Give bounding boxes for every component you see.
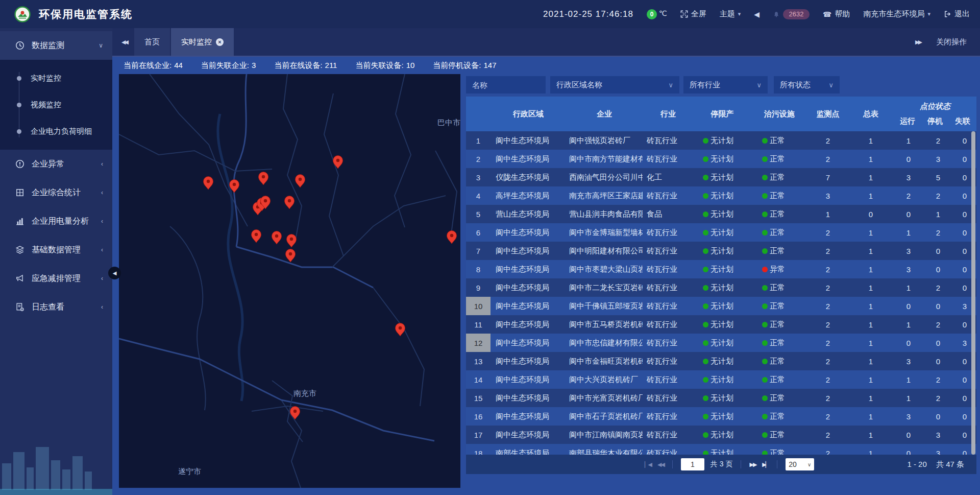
region-select[interactable]: 行政区域名称 ∨ bbox=[550, 76, 679, 93]
row-index-cell: 10 bbox=[466, 297, 491, 315]
sidebar-item-emergency-reduction[interactable]: 应急减排管理‹ bbox=[0, 264, 112, 293]
table-row[interactable]: 2阆中生态环境局阆中市南方节能建材有砖瓦行业无计划正常21030 bbox=[466, 150, 976, 168]
column-header-lost: 失联 bbox=[949, 116, 976, 126]
table-row[interactable]: 5营山生态环境局营山县润丰肉食品有限食品无计划正常10010 bbox=[466, 205, 976, 223]
sidebar-item-label: 数据监测 bbox=[32, 40, 99, 51]
industry-cell: 砖瓦行业 bbox=[643, 223, 694, 242]
main-content: 当前在线企业:44当前失联企业:3当前在线设备:211当前失联设备:10当前停机… bbox=[112, 57, 980, 495]
table-row[interactable]: 8阆中生态环境局阆中市枣碧大梁山页岩砖瓦行业无计划异常21300 bbox=[466, 260, 976, 278]
map-pin-icon[interactable] bbox=[204, 177, 213, 190]
sidebar-subitem-video-monitor[interactable]: 视频监控 bbox=[0, 91, 112, 118]
sidebar-item-power-usage-analysis[interactable]: 企业用电量分析‹ bbox=[0, 207, 112, 235]
tab-realtime[interactable]: 实时监控× bbox=[171, 28, 234, 56]
tab-label: 首页 bbox=[144, 37, 160, 47]
status-dot-icon bbox=[762, 248, 768, 254]
map-pin-icon[interactable] bbox=[285, 196, 295, 209]
table-row[interactable]: 16阆中生态环境局阆中市石子页岩机砖厂砖瓦行业无计划正常21300 bbox=[466, 407, 976, 426]
sidebar-item-base-data-management[interactable]: 基础数据管理‹ bbox=[0, 235, 112, 264]
table-row[interactable]: 13阆中生态环境局阆中市金福旺页岩机砖砖瓦行业无计划正常21300 bbox=[466, 352, 976, 370]
status-dot-icon bbox=[762, 156, 768, 162]
company-cell: 阆中市光富页岩机砖厂 bbox=[566, 389, 643, 407]
enterprise-panel: 行政区域名称 ∨ 所有行业 ∨ 所有状态 ∨ 行政区域 企业 行业 停限产 治污… bbox=[466, 74, 976, 474]
sidebar-item-log-view[interactable]: 日志查看‹ bbox=[0, 293, 112, 321]
status-dot-icon bbox=[762, 267, 768, 272]
close-operations-button[interactable]: 关闭操作 bbox=[936, 37, 967, 47]
tabs-scroll-right-icon[interactable]: ▶▶ bbox=[915, 39, 921, 45]
table-row[interactable]: 18南部生态环境局南部县瑞华木业有限公砖瓦行业无计划正常21030 bbox=[466, 444, 976, 455]
status-dot-icon bbox=[703, 267, 708, 272]
map-pin-icon[interactable] bbox=[296, 175, 305, 188]
industry-select[interactable]: 所有行业 ∨ bbox=[683, 76, 768, 93]
sidebar-subitem-realtime-monitor[interactable]: 实时监控 bbox=[0, 65, 112, 91]
help-button[interactable]: ☎ 帮助 bbox=[823, 9, 850, 19]
table-row[interactable]: 4高坪生态环境局南充市高坪区王家店建砖瓦行业无计划正常31220 bbox=[466, 186, 976, 205]
table-row[interactable]: 3仪陇生态环境局西南油气田分公司川中化工无计划正常71350 bbox=[466, 168, 976, 186]
status-dot-icon bbox=[703, 175, 708, 180]
tabs-scroll-left-icon[interactable]: ◀◀ bbox=[121, 39, 127, 45]
map-pin-icon[interactable] bbox=[259, 172, 268, 185]
region-cell: 阆中生态环境局 bbox=[491, 426, 566, 444]
company-cell: 阆中市石子页岩机砖厂 bbox=[566, 407, 643, 426]
sidebar-item-enterprise-statistics[interactable]: 企业综合统计‹ bbox=[0, 178, 112, 207]
map-pin-icon[interactable] bbox=[447, 231, 457, 244]
table-row[interactable]: 1阆中生态环境局阆中强锐页岩砖厂砖瓦行业无计划正常21120 bbox=[466, 131, 976, 150]
name-search-input[interactable] bbox=[466, 76, 546, 93]
page-size-select[interactable]: 20 ∨ bbox=[786, 458, 814, 470]
map-pin-icon[interactable] bbox=[272, 231, 282, 245]
table-row[interactable]: 7阆中生态环境局阆中明阳建材有限公司砖瓦行业无计划正常21300 bbox=[466, 242, 976, 260]
company-cell: 阆中强锐页岩砖厂 bbox=[566, 131, 643, 150]
fullscreen-button[interactable]: 全屏 bbox=[680, 9, 706, 19]
table-row[interactable]: 9阆中生态环境局阆中市二龙长宝页岩砖砖瓦行业无计划正常21120 bbox=[466, 278, 976, 297]
table-row[interactable]: 15阆中生态环境局阆中市光富页岩机砖厂砖瓦行业无计划正常21120 bbox=[466, 389, 976, 407]
chevron-down-icon: ∨ bbox=[807, 462, 811, 467]
region-cell: 阆中生态环境局 bbox=[491, 315, 566, 334]
map-pin-icon[interactable] bbox=[252, 230, 261, 243]
logout-button[interactable]: 退出 bbox=[944, 9, 970, 19]
sidebar-item-enterprise-abnormal[interactable]: 企业异常‹ bbox=[0, 150, 112, 178]
stopped-count-cell: 2 bbox=[923, 186, 953, 205]
page-number-input[interactable] bbox=[681, 458, 704, 470]
map-pin-icon[interactable] bbox=[333, 156, 343, 169]
total-meter-cell: 1 bbox=[848, 150, 894, 168]
facility-status-cell: 正常 bbox=[751, 315, 808, 334]
row-index-cell: 4 bbox=[466, 186, 491, 205]
map-pin-icon[interactable] bbox=[287, 234, 297, 248]
map-pin-icon[interactable] bbox=[286, 249, 296, 263]
status-select[interactable]: 所有状态 ∨ bbox=[774, 76, 840, 93]
notifications-button[interactable]: 2632 bbox=[773, 9, 810, 19]
last-page-icon[interactable]: ▶▏ bbox=[762, 461, 769, 468]
volume-button[interactable]: ◀ bbox=[754, 10, 760, 18]
org-dropdown[interactable]: 南充市生态环境局 ▾ bbox=[863, 9, 930, 19]
status-dot-icon bbox=[762, 211, 768, 217]
theme-dropdown[interactable]: 主题 ▾ bbox=[720, 9, 741, 19]
table-row[interactable]: 17阆中生态环境局阆中市江南镇阆南页岩砖瓦行业无计划正常21030 bbox=[466, 426, 976, 444]
table-row[interactable]: 10阆中生态环境局阆中千佛镇五郎垭页岩砖瓦行业无计划正常21003 bbox=[466, 297, 976, 315]
table-row[interactable]: 12阆中生态环境局阆中市忠信建材有限公砖瓦行业无计划正常21003 bbox=[466, 334, 976, 352]
table-row[interactable]: 6阆中生态环境局阆中市金博瑞新型墙材砖瓦行业无计划正常21120 bbox=[466, 223, 976, 242]
status-dot-icon bbox=[703, 156, 708, 162]
status-dot-icon bbox=[703, 340, 708, 346]
first-page-icon[interactable]: ▏◀ bbox=[645, 461, 651, 468]
status-dot-icon bbox=[762, 395, 768, 401]
table-scrollbar[interactable] bbox=[971, 131, 975, 455]
stat-item: 当前失联设备:10 bbox=[355, 61, 414, 70]
facility-status-cell: 正常 bbox=[751, 150, 808, 168]
chevron-left-icon: ‹ bbox=[101, 218, 103, 225]
table-row[interactable]: 14阆中生态环境局阆中大兴页岩机砖厂砖瓦行业无计划正常21120 bbox=[466, 370, 976, 389]
tab-home[interactable]: 首页 bbox=[134, 28, 170, 56]
map-pin-icon[interactable] bbox=[396, 323, 405, 337]
map-panel[interactable]: 巴中市南充市遂宁市 bbox=[119, 74, 460, 488]
sidebar-item-data-monitoring[interactable]: 数据监测∨ bbox=[0, 31, 112, 60]
stat-label: 当前失联设备: bbox=[355, 61, 403, 69]
close-icon[interactable]: × bbox=[216, 38, 224, 46]
map-pin-icon[interactable] bbox=[290, 407, 300, 420]
prev-page-icon[interactable]: ◀◀ bbox=[657, 461, 664, 468]
stop-status-cell: 无计划 bbox=[694, 334, 751, 352]
table-row[interactable]: 11阆中生态环境局阆中市五马桥页岩机砖砖瓦行业无计划正常21120 bbox=[466, 315, 976, 334]
company-cell: 阆中市江南镇阆南页岩 bbox=[566, 426, 643, 444]
sidebar-subitem-power-load-detail[interactable]: 企业电力负荷明细 bbox=[0, 118, 112, 145]
sidebar-collapse-handle[interactable]: ◀ bbox=[108, 267, 121, 279]
monitor-count-cell: 2 bbox=[808, 150, 848, 168]
status-dot-icon bbox=[762, 138, 768, 144]
next-page-icon[interactable]: ▶▶ bbox=[749, 461, 756, 468]
